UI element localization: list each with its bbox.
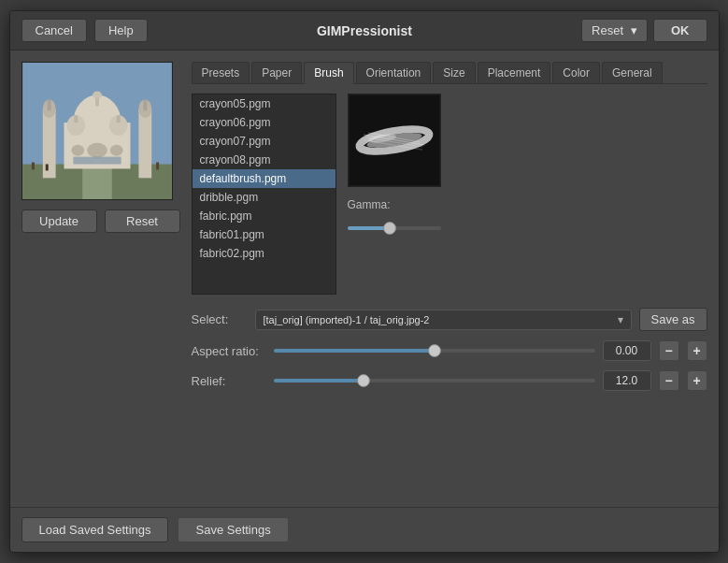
svg-point-17 [87,143,107,158]
tab-presets[interactable]: Presets [192,62,250,83]
brush-panel: crayon05.pgm crayon06.pgm crayon07.pgm c… [192,94,707,295]
aspect-ratio-row: Aspect ratio: 0.00 − + [192,340,707,361]
gamma-section: Gamma: [348,198,441,238]
svg-rect-14 [74,115,78,123]
select-row: Select: [taj_orig] (imported)-1 / taj_or… [192,308,707,331]
relief-row: Relief: 12.0 − + [192,370,707,391]
brush-list[interactable]: crayon05.pgm crayon06.pgm crayon07.pgm c… [192,94,336,295]
brush-item-6[interactable]: fabric.pgm [193,207,335,225]
brush-preview-area: Gamma: [348,94,441,295]
preview-image [21,62,173,200]
brush-preview [348,94,441,187]
svg-rect-9 [47,99,50,110]
select-value: [taj_orig] (imported)-1 / taj_orig.jpg-2 [264,314,430,325]
aspect-ratio-increment-button[interactable]: + [687,340,707,361]
dialog-title: GIMPressionist [155,23,574,38]
svg-rect-10 [138,108,151,178]
svg-rect-16 [116,115,120,123]
tab-orientation[interactable]: Orientation [356,62,432,83]
ok-button[interactable]: OK [653,19,707,42]
gimp-pressionist-dialog: Cancel Help GIMPressionist Reset OK [9,10,720,553]
brush-item-3[interactable]: crayon08.pgm [193,151,335,169]
relief-decrement-button[interactable]: − [659,370,679,391]
tab-placement[interactable]: Placement [478,62,551,83]
brush-item-2[interactable]: crayon07.pgm [193,132,335,151]
select-dropdown[interactable]: [taj_orig] (imported)-1 / taj_orig.jpg-2… [255,310,632,330]
svg-rect-7 [42,108,55,178]
bottom-bar: Load Saved Settings Save Settings [10,507,719,552]
reset-button[interactable]: Reset [581,19,648,42]
brush-item-5[interactable]: dribble.pgm [193,188,335,207]
brush-item-7[interactable]: fabric01.pgm [193,225,335,244]
save-settings-button[interactable]: Save Settings [178,517,288,542]
gamma-slider[interactable] [348,219,441,238]
aspect-ratio-decrement-button[interactable]: − [659,340,679,361]
select-label: Select: [192,312,248,326]
left-buttons: Update Reset [21,209,180,233]
relief-increment-button[interactable]: + [687,370,707,391]
load-saved-settings-button[interactable]: Load Saved Settings [21,517,169,542]
svg-rect-12 [143,99,147,110]
svg-rect-20 [73,157,121,165]
svg-rect-21 [31,163,34,170]
left-panel: Update Reset [21,62,180,496]
dropdown-chevron-icon: ▾ [618,313,623,326]
aspect-ratio-slider[interactable] [274,349,595,353]
brush-item-1[interactable]: crayon06.pgm [193,113,335,132]
tab-size[interactable]: Size [433,62,475,83]
tab-paper[interactable]: Paper [251,62,302,83]
brush-item-4[interactable]: defaultbrush.pgm [193,169,335,188]
help-button[interactable]: Help [94,19,148,42]
brush-item-0[interactable]: crayon05.pgm [193,94,335,113]
save-as-button[interactable]: Save as [639,308,707,331]
svg-point-18 [71,145,84,156]
left-reset-button[interactable]: Reset [105,209,180,233]
aspect-ratio-label: Aspect ratio: [192,344,266,358]
svg-point-19 [109,145,122,156]
titlebar: Cancel Help GIMPressionist Reset OK [10,11,719,51]
titlebar-right: Reset OK [581,19,707,42]
tab-brush[interactable]: Brush [304,62,353,84]
reset-chevron-icon [627,23,637,37]
aspect-ratio-value[interactable]: 0.00 [603,340,651,361]
svg-rect-22 [156,163,159,170]
main-content: Update Reset Presets Paper Brush Orienta… [10,51,719,507]
relief-value[interactable]: 12.0 [603,370,651,391]
relief-slider[interactable] [274,379,595,383]
tab-general[interactable]: General [602,62,663,83]
gamma-label: Gamma: [348,198,441,211]
tab-color[interactable]: Color [552,62,600,83]
brush-item-8[interactable]: fabric02.pgm [193,244,335,263]
svg-point-6 [93,92,102,99]
tab-bar: Presets Paper Brush Orientation Size Pla… [192,62,707,84]
svg-rect-23 [45,165,48,171]
relief-label: Relief: [192,374,266,388]
update-button[interactable]: Update [21,209,97,233]
right-panel: Presets Paper Brush Orientation Size Pla… [192,62,707,496]
cancel-button[interactable]: Cancel [21,19,87,42]
